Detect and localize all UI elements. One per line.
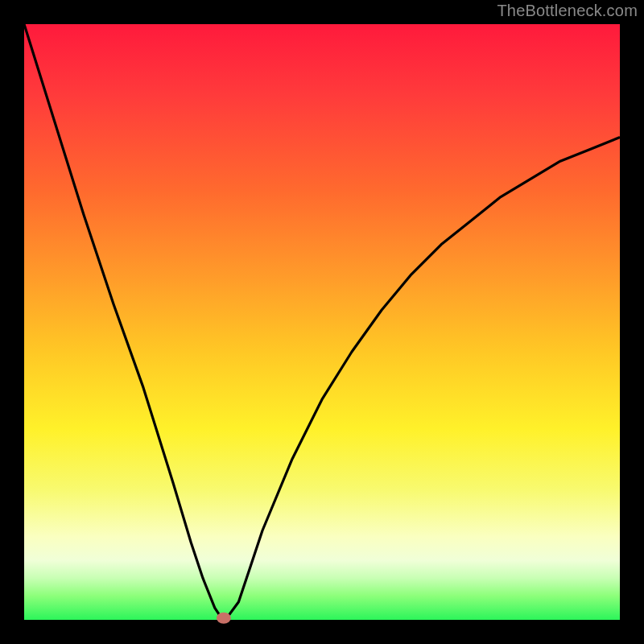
curve-svg xyxy=(24,24,620,620)
plot-area xyxy=(24,24,620,620)
chart-frame: TheBottleneck.com xyxy=(0,0,644,644)
min-marker xyxy=(217,613,231,624)
bottleneck-curve xyxy=(24,24,620,618)
watermark-text: TheBottleneck.com xyxy=(497,2,638,20)
